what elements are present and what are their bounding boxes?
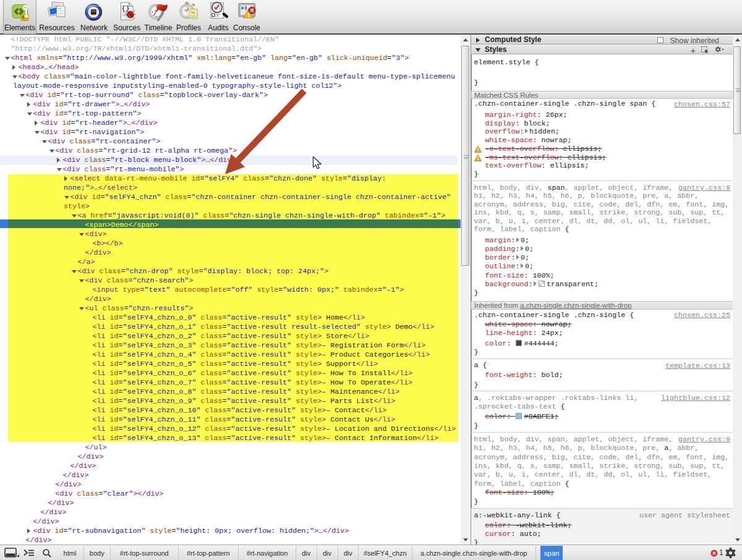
svg-text:%: % (190, 10, 195, 15)
svg-text:A: A (219, 4, 223, 11)
svg-text:{}: {} (122, 5, 130, 12)
